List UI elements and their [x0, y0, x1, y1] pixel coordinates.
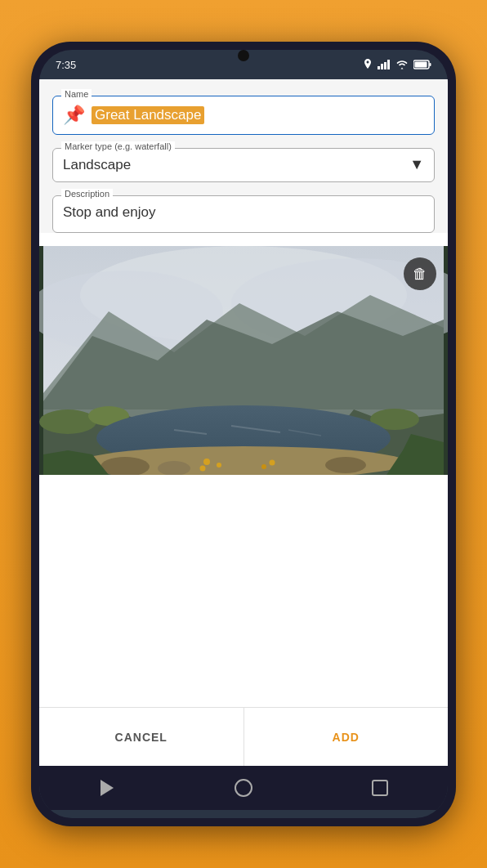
phone-device: 7:35	[31, 42, 456, 826]
back-triangle-icon	[101, 780, 114, 796]
home-nav-button[interactable]	[231, 776, 256, 800]
description-field[interactable]: Description Stop and enjoy	[52, 195, 435, 233]
svg-point-28	[200, 466, 206, 472]
landscape-svg	[39, 246, 448, 475]
name-field[interactable]: Name 📌 Great Landscape	[52, 96, 435, 135]
marker-type-dropdown[interactable]: Marker type (e.g. waterfall) Landscape ▼	[52, 148, 435, 182]
battery-icon	[413, 60, 431, 69]
phone-nav-buttons	[39, 766, 448, 810]
below-image-space	[39, 475, 448, 565]
camera-notch	[238, 50, 249, 61]
svg-point-29	[270, 460, 275, 466]
wifi-icon	[395, 60, 409, 69]
action-buttons: CANCEL ADD	[39, 707, 448, 766]
description-label: Description	[61, 189, 113, 199]
landscape-image-area: 🗑	[39, 246, 448, 475]
phone-screen: 7:35	[39, 50, 448, 818]
svg-point-15	[39, 409, 96, 434]
recents-square-icon	[372, 780, 388, 796]
delete-image-button[interactable]: 🗑	[404, 257, 436, 290]
screen-content: Name 📌 Great Landscape Marker type (e.g.…	[39, 79, 448, 766]
svg-point-25	[325, 457, 366, 473]
description-value: Stop and enjoy	[63, 203, 424, 221]
svg-point-27	[217, 463, 221, 468]
svg-point-30	[261, 464, 266, 469]
form-area: Name 📌 Great Landscape Marker type (e.g.…	[39, 79, 448, 233]
name-field-content: 📌 Great Landscape	[63, 103, 424, 126]
back-nav-button[interactable]	[95, 776, 119, 800]
cancel-button[interactable]: CANCEL	[39, 708, 244, 766]
status-time: 7:35	[56, 59, 76, 71]
signal-icon	[378, 60, 391, 69]
location-icon	[363, 59, 373, 70]
svg-rect-2	[384, 62, 386, 69]
recents-nav-button[interactable]	[368, 776, 392, 800]
name-label: Name	[61, 89, 92, 99]
status-icons	[363, 59, 431, 70]
add-label: ADD	[333, 731, 360, 744]
svg-rect-3	[387, 60, 390, 69]
add-button[interactable]: ADD	[244, 708, 449, 766]
delete-icon: 🗑	[413, 266, 427, 283]
svg-rect-5	[430, 63, 431, 66]
name-value: Great Landscape	[92, 106, 204, 124]
home-circle-icon	[235, 779, 252, 797]
dropdown-arrow-icon: ▼	[409, 156, 424, 173]
svg-rect-0	[378, 66, 380, 69]
svg-rect-1	[381, 64, 383, 69]
svg-rect-6	[415, 62, 427, 68]
cancel-label: CANCEL	[115, 731, 168, 744]
svg-point-26	[203, 459, 210, 465]
marker-type-label: Marker type (e.g. waterfall)	[61, 141, 175, 151]
marker-type-value: Landscape	[63, 155, 131, 173]
pin-icon: 📌	[63, 105, 85, 126]
